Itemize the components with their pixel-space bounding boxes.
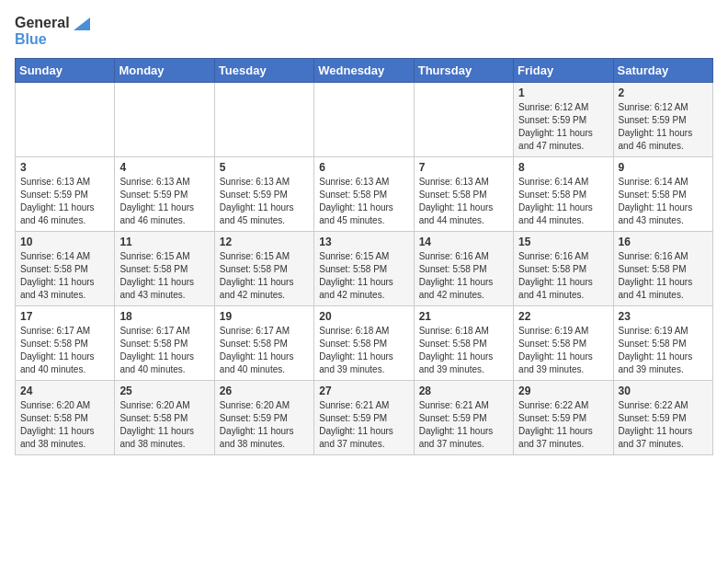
calendar-cell: 20Sunrise: 6:18 AM Sunset: 5:58 PM Dayli… [314,306,414,381]
day-info: Sunrise: 6:18 AM Sunset: 5:58 PM Dayligh… [419,325,508,376]
day-number: 1 [518,86,608,99]
day-number: 14 [419,236,508,248]
day-number: 27 [319,385,408,397]
weekday-header-sunday: Sunday [16,59,115,83]
calendar-cell: 13Sunrise: 6:15 AM Sunset: 5:58 PM Dayli… [314,232,414,306]
day-info: Sunrise: 6:17 AM Sunset: 5:58 PM Dayligh… [220,325,309,376]
day-number: 8 [518,161,608,174]
day-number: 3 [20,161,109,174]
day-info: Sunrise: 6:16 AM Sunset: 5:58 PM Dayligh… [518,250,608,302]
weekday-header-row: SundayMondayTuesdayWednesdayThursdayFrid… [16,59,713,83]
day-number: 22 [518,310,608,323]
day-info: Sunrise: 6:14 AM Sunset: 5:58 PM Dayligh… [518,176,608,227]
calendar-cell: 30Sunrise: 6:22 AM Sunset: 5:59 PM Dayli… [613,381,712,455]
logo-blue: Blue [15,31,47,48]
calendar-cell: 24Sunrise: 6:20 AM Sunset: 5:58 PM Dayli… [16,381,115,455]
calendar-cell: 7Sunrise: 6:13 AM Sunset: 5:58 PM Daylig… [414,157,513,232]
day-info: Sunrise: 6:12 AM Sunset: 5:59 PM Dayligh… [619,101,708,153]
calendar-cell: 21Sunrise: 6:18 AM Sunset: 5:58 PM Dayli… [414,306,513,381]
day-number: 7 [419,161,508,174]
day-info: Sunrise: 6:21 AM Sunset: 5:59 PM Dayligh… [419,399,508,451]
day-info: Sunrise: 6:19 AM Sunset: 5:58 PM Dayligh… [619,325,708,376]
day-number: 4 [119,161,209,174]
day-info: Sunrise: 6:13 AM Sunset: 5:58 PM Dayligh… [319,176,408,227]
weekday-header-thursday: Thursday [414,59,513,83]
day-info: Sunrise: 6:16 AM Sunset: 5:58 PM Dayligh… [619,250,708,302]
day-number: 13 [319,236,408,248]
day-number: 11 [119,236,209,248]
day-number: 20 [319,310,408,323]
calendar-cell: 14Sunrise: 6:16 AM Sunset: 5:58 PM Dayli… [414,232,513,306]
day-number: 17 [20,310,109,323]
day-number: 6 [319,161,408,174]
day-number: 12 [220,236,309,248]
page-header: General Blue [15,15,713,47]
calendar-cell [115,83,214,157]
calendar-cell: 4Sunrise: 6:13 AM Sunset: 5:59 PM Daylig… [115,157,214,232]
day-info: Sunrise: 6:16 AM Sunset: 5:58 PM Dayligh… [419,250,508,302]
calendar-cell: 15Sunrise: 6:16 AM Sunset: 5:58 PM Dayli… [514,232,613,306]
day-info: Sunrise: 6:15 AM Sunset: 5:58 PM Dayligh… [319,250,408,302]
day-number: 21 [419,310,508,323]
day-info: Sunrise: 6:19 AM Sunset: 5:58 PM Dayligh… [518,325,608,376]
day-number: 30 [619,385,708,397]
calendar-cell: 1Sunrise: 6:12 AM Sunset: 5:59 PM Daylig… [514,83,613,157]
calendar-cell: 11Sunrise: 6:15 AM Sunset: 5:58 PM Dayli… [115,232,214,306]
weekday-header-monday: Monday [115,59,214,83]
day-number: 19 [220,310,309,323]
day-number: 18 [119,310,209,323]
calendar-cell: 5Sunrise: 6:13 AM Sunset: 5:59 PM Daylig… [214,157,313,232]
weekday-header-wednesday: Wednesday [314,59,414,83]
calendar-cell: 6Sunrise: 6:13 AM Sunset: 5:58 PM Daylig… [314,157,414,232]
day-number: 24 [20,385,109,397]
day-info: Sunrise: 6:22 AM Sunset: 5:59 PM Dayligh… [518,399,608,451]
calendar-cell [414,83,513,157]
day-number: 25 [119,385,209,397]
calendar-cell [214,83,313,157]
logo: General Blue [15,15,90,47]
day-number: 29 [518,385,608,397]
weekday-header-saturday: Saturday [613,59,712,83]
day-info: Sunrise: 6:20 AM Sunset: 5:58 PM Dayligh… [20,399,109,451]
day-info: Sunrise: 6:17 AM Sunset: 5:58 PM Dayligh… [119,325,209,376]
weekday-header-tuesday: Tuesday [214,59,313,83]
calendar-cell: 16Sunrise: 6:16 AM Sunset: 5:58 PM Dayli… [613,232,712,306]
calendar-cell: 27Sunrise: 6:21 AM Sunset: 5:59 PM Dayli… [314,381,414,455]
day-number: 28 [419,385,508,397]
day-info: Sunrise: 6:13 AM Sunset: 5:59 PM Dayligh… [119,176,209,227]
day-info: Sunrise: 6:21 AM Sunset: 5:59 PM Dayligh… [319,399,408,451]
calendar-cell [16,83,115,157]
calendar-cell: 3Sunrise: 6:13 AM Sunset: 5:59 PM Daylig… [16,157,115,232]
calendar-week-3: 10Sunrise: 6:14 AM Sunset: 5:58 PM Dayli… [16,232,713,306]
logo-general: General [15,15,90,31]
calendar-cell: 19Sunrise: 6:17 AM Sunset: 5:58 PM Dayli… [214,306,313,381]
day-number: 2 [619,86,708,99]
calendar-cell: 17Sunrise: 6:17 AM Sunset: 5:58 PM Dayli… [16,306,115,381]
calendar-cell: 2Sunrise: 6:12 AM Sunset: 5:59 PM Daylig… [613,83,712,157]
calendar-cell: 22Sunrise: 6:19 AM Sunset: 5:58 PM Dayli… [514,306,613,381]
day-info: Sunrise: 6:17 AM Sunset: 5:58 PM Dayligh… [20,325,109,376]
calendar-cell: 8Sunrise: 6:14 AM Sunset: 5:58 PM Daylig… [514,157,613,232]
day-info: Sunrise: 6:15 AM Sunset: 5:58 PM Dayligh… [220,250,309,302]
day-info: Sunrise: 6:20 AM Sunset: 5:59 PM Dayligh… [220,399,309,451]
day-number: 5 [220,161,309,174]
calendar-cell: 23Sunrise: 6:19 AM Sunset: 5:58 PM Dayli… [613,306,712,381]
day-info: Sunrise: 6:20 AM Sunset: 5:58 PM Dayligh… [119,399,209,451]
logo-arrow-icon [74,17,90,30]
calendar-cell: 9Sunrise: 6:14 AM Sunset: 5:58 PM Daylig… [613,157,712,232]
calendar-cell: 18Sunrise: 6:17 AM Sunset: 5:58 PM Dayli… [115,306,214,381]
calendar-cell: 12Sunrise: 6:15 AM Sunset: 5:58 PM Dayli… [214,232,313,306]
day-number: 15 [518,236,608,248]
day-info: Sunrise: 6:18 AM Sunset: 5:58 PM Dayligh… [319,325,408,376]
day-number: 16 [619,236,708,248]
day-number: 23 [619,310,708,323]
calendar-cell: 29Sunrise: 6:22 AM Sunset: 5:59 PM Dayli… [514,381,613,455]
day-number: 9 [619,161,708,174]
day-info: Sunrise: 6:12 AM Sunset: 5:59 PM Dayligh… [518,101,608,153]
calendar-week-2: 3Sunrise: 6:13 AM Sunset: 5:59 PM Daylig… [16,157,713,232]
calendar-week-4: 17Sunrise: 6:17 AM Sunset: 5:58 PM Dayli… [16,306,713,381]
logo-container: General Blue [15,15,90,47]
calendar-cell: 28Sunrise: 6:21 AM Sunset: 5:59 PM Dayli… [414,381,513,455]
calendar-cell: 10Sunrise: 6:14 AM Sunset: 5:58 PM Dayli… [16,232,115,306]
calendar-week-5: 24Sunrise: 6:20 AM Sunset: 5:58 PM Dayli… [16,381,713,455]
